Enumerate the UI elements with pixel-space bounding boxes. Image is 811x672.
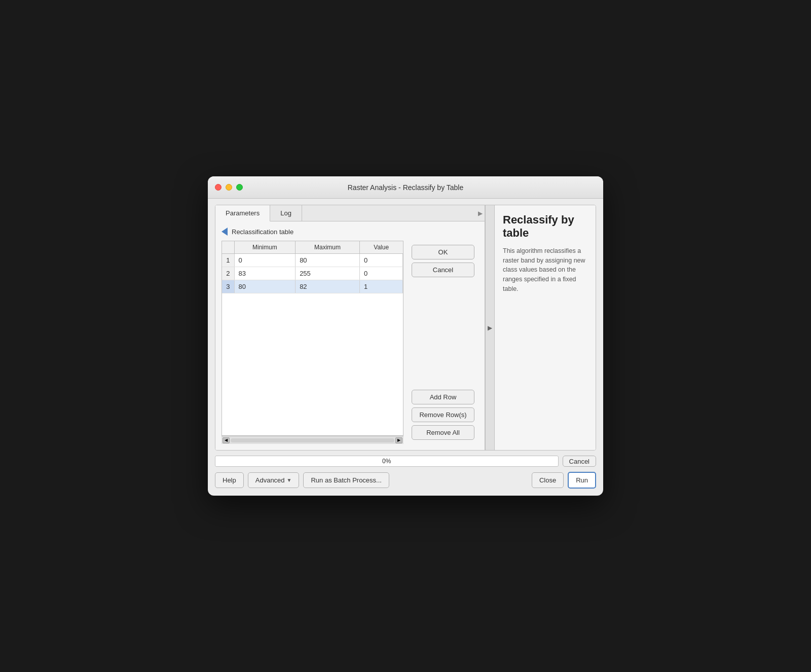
info-panel: Reclassify by table This algorithm recla… bbox=[494, 205, 596, 450]
titlebar: Raster Analysis - Reclassify by Table bbox=[208, 176, 603, 199]
run-batch-button[interactable]: Run as Batch Process... bbox=[303, 472, 389, 488]
cell-max-1[interactable]: 80 bbox=[296, 254, 360, 267]
advanced-label: Advanced bbox=[255, 476, 285, 484]
main-area: Parameters Log ▶ Reclassification table bbox=[215, 205, 596, 451]
remove-all-button[interactable]: Remove All bbox=[412, 425, 474, 440]
col-maximum: Maximum bbox=[296, 241, 360, 254]
tab-content-parameters: Reclassification table bbox=[215, 221, 485, 450]
remove-rows-button[interactable]: Remove Row(s) bbox=[412, 407, 474, 422]
col-rownum bbox=[222, 241, 234, 254]
cell-val-1[interactable]: 0 bbox=[359, 254, 402, 267]
empty-area bbox=[222, 293, 403, 435]
progress-cancel-button[interactable]: Cancel bbox=[563, 456, 596, 467]
progress-row: 0% Cancel bbox=[215, 456, 596, 467]
left-panel: Parameters Log ▶ Reclassification table bbox=[215, 205, 485, 450]
main-window: Raster Analysis - Reclassify by Table Pa… bbox=[208, 176, 603, 496]
table-row[interactable]: 1 0 80 0 bbox=[222, 254, 403, 267]
info-title: Reclassify by table bbox=[503, 213, 587, 240]
window-title: Raster Analysis - Reclassify by Table bbox=[348, 183, 464, 192]
dropdown-arrow-icon: ▼ bbox=[287, 477, 292, 483]
row-num-3: 3 bbox=[222, 280, 234, 293]
reclassification-table: Minimum Maximum Value 1 0 bbox=[222, 241, 403, 436]
table-row[interactable]: 3 80 82 1 bbox=[222, 280, 403, 293]
progress-bar: 0% bbox=[215, 456, 559, 467]
maximize-button[interactable] bbox=[236, 184, 243, 191]
cell-max-3[interactable]: 82 bbox=[296, 280, 360, 293]
collapse-info-button[interactable]: ▶ bbox=[485, 205, 494, 450]
tab-parameters[interactable]: Parameters bbox=[215, 205, 270, 221]
cell-max-2[interactable]: 255 bbox=[296, 267, 360, 280]
tab-bar: Parameters Log ▶ bbox=[215, 205, 485, 221]
bottom-bar: Help Advanced ▼ Run as Batch Process... … bbox=[215, 472, 596, 489]
advanced-button[interactable]: Advanced ▼ bbox=[248, 472, 300, 488]
traffic-lights bbox=[215, 184, 243, 191]
table-row[interactable]: 2 83 255 0 bbox=[222, 267, 403, 280]
info-description: This algorithm reclassifies a raster ban… bbox=[503, 246, 587, 294]
run-button[interactable]: Run bbox=[568, 472, 596, 489]
action-buttons-panel: OK Cancel Add Row Remove Row(s) Remove A… bbox=[408, 241, 478, 444]
help-button[interactable]: Help bbox=[215, 472, 244, 488]
progress-label: 0% bbox=[382, 458, 391, 465]
row-num-1: 1 bbox=[222, 254, 234, 267]
close-button[interactable] bbox=[215, 184, 222, 191]
cancel-button[interactable]: Cancel bbox=[412, 263, 474, 277]
cell-min-2[interactable]: 83 bbox=[234, 267, 296, 280]
back-arrow-icon[interactable] bbox=[222, 228, 228, 236]
col-minimum: Minimum bbox=[234, 241, 296, 254]
table-area: Minimum Maximum Value 1 0 bbox=[222, 241, 478, 444]
scroll-left-arrow[interactable]: ◀ bbox=[223, 437, 230, 443]
cell-min-1[interactable]: 0 bbox=[234, 254, 296, 267]
data-table: Minimum Maximum Value 1 0 bbox=[222, 241, 403, 293]
horizontal-scrollbar[interactable]: ◀ ▶ bbox=[222, 436, 403, 444]
cell-min-3[interactable]: 80 bbox=[234, 280, 296, 293]
table-wrapper: Minimum Maximum Value 1 0 bbox=[222, 241, 403, 444]
collapse-chevron-icon: ▶ bbox=[488, 324, 492, 331]
cell-val-2[interactable]: 0 bbox=[359, 267, 402, 280]
section-header: Reclassification table bbox=[222, 228, 478, 236]
tab-log[interactable]: Log bbox=[270, 205, 302, 221]
close-button[interactable]: Close bbox=[532, 472, 564, 488]
minimize-button[interactable] bbox=[226, 184, 232, 191]
cell-val-3[interactable]: 1 bbox=[359, 280, 402, 293]
row-num-2: 2 bbox=[222, 267, 234, 280]
content-area: Parameters Log ▶ Reclassification table bbox=[208, 199, 603, 496]
section-title: Reclassification table bbox=[232, 228, 293, 236]
add-row-button[interactable]: Add Row bbox=[412, 390, 474, 404]
col-value: Value bbox=[359, 241, 402, 254]
collapse-panel-arrow[interactable]: ▶ bbox=[478, 210, 483, 217]
scroll-track[interactable] bbox=[231, 438, 394, 442]
spacer bbox=[412, 280, 474, 387]
ok-button[interactable]: OK bbox=[412, 245, 474, 259]
scroll-right-arrow[interactable]: ▶ bbox=[395, 437, 402, 443]
